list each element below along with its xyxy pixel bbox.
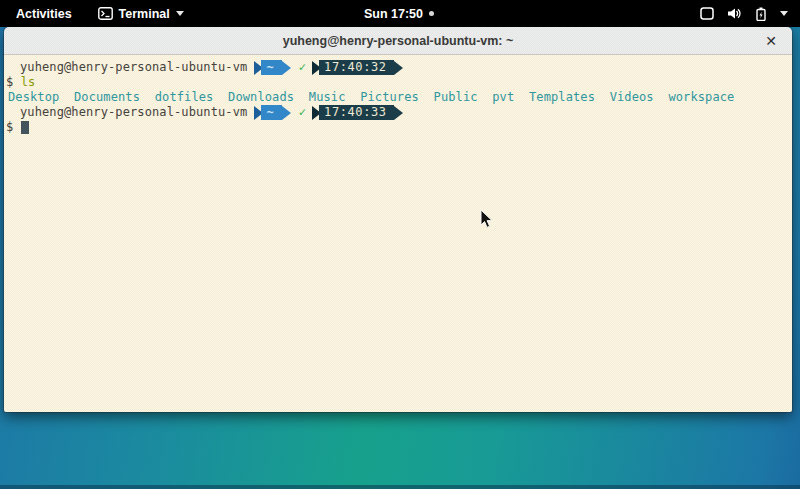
app-menu-terminal[interactable]: Terminal: [92, 3, 190, 25]
directory-name: Templates: [529, 90, 595, 105]
directory-name: Desktop: [8, 90, 59, 105]
activities-button[interactable]: Activities: [10, 3, 78, 25]
directory-name: Documents: [74, 90, 140, 105]
app-menu-label: Terminal: [119, 7, 170, 21]
close-button[interactable]: ✕: [760, 30, 782, 52]
command-text: ls: [21, 75, 36, 90]
prompt-line-1: yuheng@henry-personal-ubuntu-vm ~ ✓ 17:4…: [6, 60, 790, 75]
ls-output-line: DesktopDocumentsdotfilesDownloadsMusicPi…: [6, 90, 790, 105]
directory-name: workspace: [668, 90, 734, 105]
terminal-window: yuheng@henry-personal-ubuntu-vm: ~ ✕ yuh…: [4, 27, 792, 412]
prompt-time-segment: 17:40:32: [319, 60, 394, 75]
prompt-directory-segment: ~: [261, 105, 281, 120]
prompt-user-host: yuheng@henry-personal-ubuntu-vm: [6, 60, 247, 75]
volume-icon: [727, 7, 742, 20]
top-bar-left: Activities Terminal: [0, 3, 364, 25]
powerline-segments: ~ ✓ 17:40:32: [254, 60, 402, 75]
powerline-arrow-icon: [394, 61, 403, 75]
terminal-cursor: [21, 121, 29, 134]
powerline-arrow-icon: [394, 106, 403, 120]
mouse-pointer-icon: [480, 209, 494, 233]
system-tray[interactable]: [434, 7, 800, 21]
powerline-arrow-icon: [282, 61, 291, 75]
clock-button[interactable]: Sun 17:50: [364, 7, 434, 21]
directory-name: pvt: [492, 90, 514, 105]
directory-name: Downloads: [228, 90, 294, 105]
terminal-content[interactable]: yuheng@henry-personal-ubuntu-vm ~ ✓ 17:4…: [4, 55, 792, 412]
prompt-dollar: $: [6, 75, 13, 90]
command-line-1: $ ls: [6, 75, 790, 90]
powerline-arrow-icon: [282, 106, 291, 120]
clock-label: Sun 17:50: [364, 7, 423, 21]
prompt-time-segment: 17:40:33: [319, 105, 394, 120]
command-line-2: $: [6, 120, 790, 135]
window-titlebar[interactable]: yuheng@henry-personal-ubuntu-vm: ~ ✕: [4, 27, 792, 55]
terminal-icon: [98, 7, 113, 20]
status-check-icon: ✓: [299, 105, 306, 120]
chevron-down-icon: [780, 11, 788, 16]
top-bar: Activities Terminal Sun 17:50: [0, 0, 800, 27]
prompt-line-2: yuheng@henry-personal-ubuntu-vm ~ ✓ 17:4…: [6, 105, 790, 120]
screen-icon: [700, 7, 714, 20]
desktop-background: Activities Terminal Sun 17:50: [0, 0, 800, 489]
directory-name: Music: [309, 90, 346, 105]
window-title: yuheng@henry-personal-ubuntu-vm: ~: [283, 34, 514, 48]
status-check-icon: ✓: [299, 60, 306, 75]
directory-name: Videos: [610, 90, 654, 105]
directory-name: Public: [434, 90, 478, 105]
battery-charging-icon: [755, 7, 767, 21]
chevron-down-icon: [176, 11, 184, 16]
prompt-user-host: yuheng@henry-personal-ubuntu-vm: [6, 105, 247, 120]
directory-name: dotfiles: [155, 90, 214, 105]
prompt-dollar: $: [6, 120, 13, 135]
powerline-segments: ~ ✓ 17:40:33: [254, 105, 402, 120]
prompt-directory-segment: ~: [261, 60, 281, 75]
directory-name: Pictures: [360, 90, 419, 105]
